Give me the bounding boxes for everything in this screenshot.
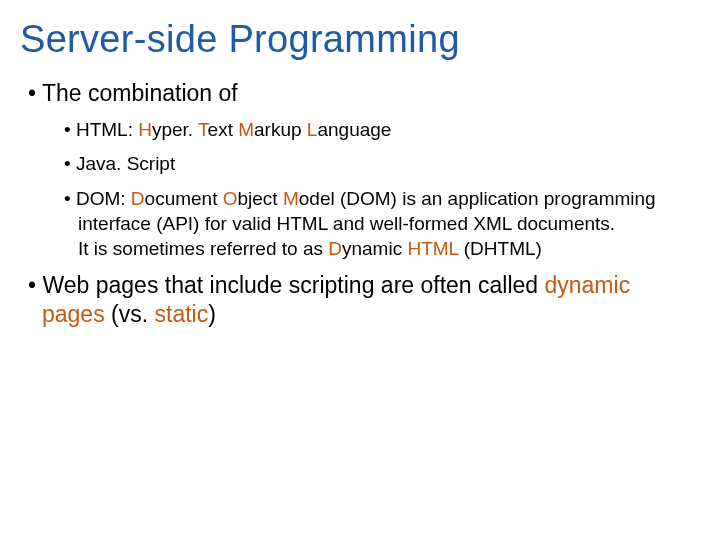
text: ext [208, 119, 239, 140]
text-accent: D [328, 238, 342, 259]
lvl1-item-1: • Web pages that include scripting are o… [28, 271, 692, 329]
text-accent: M [238, 119, 254, 140]
text: Java. Script [76, 153, 175, 174]
text-accent: T [198, 119, 208, 140]
text: HTML: [76, 119, 138, 140]
text: It is sometimes referred to as [78, 238, 328, 259]
text-accent: D [131, 188, 145, 209]
text-accent: L [307, 119, 318, 140]
text-accent: HTML [407, 238, 458, 259]
lvl2-item-2: • DOM: Document Object Model (DOM) is an… [64, 187, 692, 261]
text: bject [238, 188, 283, 209]
bullet-icon: • [28, 80, 42, 106]
slide-title: Server-side Programming [20, 18, 692, 61]
bullet-icon: • [28, 272, 42, 298]
text: (DHTML) [458, 238, 541, 259]
text: The combination of [42, 80, 238, 106]
lvl2-item-1: • Java. Script [64, 152, 692, 177]
bullet-icon: • [64, 153, 76, 174]
text: yper. [152, 119, 198, 140]
text: Web pages that include scripting are oft… [42, 272, 544, 298]
text-accent: O [223, 188, 238, 209]
text-accent: static [155, 301, 209, 327]
bullet-icon: • [64, 188, 76, 209]
bullet-icon: • [64, 119, 76, 140]
text: ocument [145, 188, 223, 209]
text: arkup [254, 119, 307, 140]
text-accent: M [283, 188, 299, 209]
lvl1-item-0: • The combination of [28, 79, 692, 108]
text-accent: H [138, 119, 152, 140]
text: (vs. [105, 301, 155, 327]
text: DOM: [76, 188, 131, 209]
lvl2-item-0: • HTML: Hyper. Text Markup Language [64, 118, 692, 143]
text: ynamic [342, 238, 407, 259]
text: anguage [317, 119, 391, 140]
text: ) [208, 301, 216, 327]
